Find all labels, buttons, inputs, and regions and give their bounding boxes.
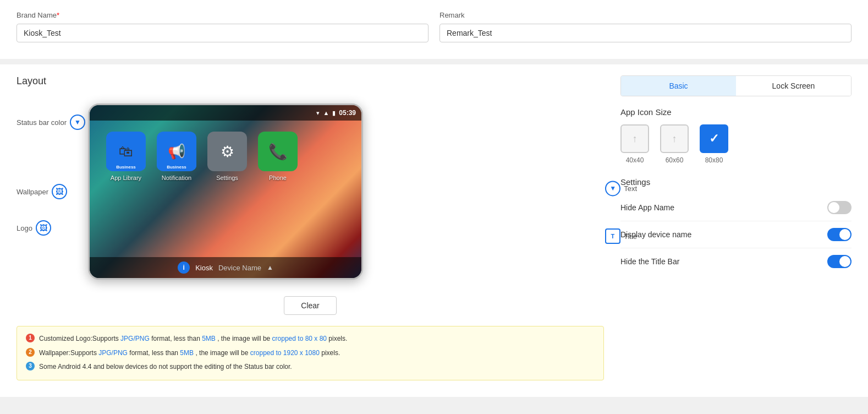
app-icon-settings[interactable]: ⚙ Settings (207, 132, 247, 181)
icon-size-60-box (660, 124, 689, 153)
layout-section: Layout Status bar color ▼ Wallpaper 🖼 Lo… (0, 64, 868, 397)
clear-button[interactable]: Clear (284, 296, 336, 315)
device-area: Status bar color ▼ Wallpaper 🖼 Logo 🖼 ▾ … (17, 98, 604, 285)
remark-label-text: Remark (440, 11, 465, 19)
title-btn[interactable]: T (605, 228, 620, 244)
battery-icon: ▮ (332, 110, 336, 117)
right-panel: Basic Lock Screen App Icon Size 40x40 60… (620, 75, 851, 380)
app-grid: 🛍 Business App Library 📢 Business Notifi… (90, 121, 361, 192)
note-1-num: 1 (26, 334, 35, 342)
layout-title: Layout (17, 75, 604, 87)
hide-title-bar-toggle[interactable] (827, 255, 851, 268)
device-logo: i (178, 262, 190, 274)
text-label-group: ▼ Text (605, 181, 637, 196)
layout-left: Layout Status bar color ▼ Wallpaper 🖼 Lo… (17, 75, 604, 380)
icon-size-80-label: 80x80 (705, 156, 723, 164)
logo-btn[interactable]: 🖼 (36, 220, 51, 236)
hide-app-name-toggle[interactable] (827, 201, 851, 214)
text-label: Text (624, 184, 637, 193)
app-icon-app-library[interactable]: 🛍 Business App Library (106, 132, 146, 181)
icon-size-40-box (620, 124, 649, 153)
tab-basic[interactable]: Basic (621, 76, 736, 96)
hide-title-bar-label: Hide the Title Bar (620, 257, 679, 266)
top-section: Brand Name* Remark (0, 0, 868, 59)
icon-size-section-title: App Icon Size (620, 107, 851, 117)
icon-size-40[interactable]: 40x40 (620, 124, 649, 164)
app-library-icon-img: 🛍 Business (106, 132, 146, 171)
note-3: 3 Some Android 4.4 and below devices do … (26, 361, 595, 373)
app-icon-phone[interactable]: 📞 Phone (258, 132, 298, 181)
hide-title-bar-item: Hide the Title Bar (620, 248, 851, 275)
note-1: 1 Customized Logo:Supports JPG/PNG forma… (26, 333, 595, 345)
notes-box: 1 Customized Logo:Supports JPG/PNG forma… (17, 326, 604, 380)
remark-input[interactable] (440, 24, 851, 42)
logo-label-group: Logo 🖼 (17, 220, 51, 236)
display-device-name-toggle[interactable] (827, 228, 851, 241)
app-icon-notification[interactable]: 📢 Business Notification (157, 132, 196, 181)
notification-name: Notification (162, 175, 191, 181)
remark-label: Remark (440, 11, 851, 19)
phone-icon-img: 📞 (258, 132, 298, 171)
note-2-text: Wallpaper:Supports JPG/PNG format, less … (39, 347, 340, 359)
icon-size-60-label: 60x60 (666, 156, 684, 164)
signal-icon: ▲ (323, 110, 329, 116)
icon-size-row: 40x40 60x60 80x80 (620, 124, 851, 164)
device-app-name: Kiosk (195, 264, 213, 272)
status-time: 05:39 (339, 109, 356, 117)
status-color-btn[interactable]: ▼ (70, 115, 85, 130)
hide-title-bar-knob (839, 256, 850, 267)
status-color-label-group: Status bar color ▼ (17, 115, 85, 130)
settings-section: Hide App Name Display device name Hide t… (620, 194, 851, 275)
icon-size-40-label: 40x40 (626, 156, 644, 164)
logo-label: Logo (17, 224, 32, 232)
status-color-label: Status bar color (17, 118, 67, 127)
device-bottom-bar: i Kiosk Device Name ▲ (90, 257, 361, 278)
status-bar: ▾ ▲ ▮ 05:39 (90, 105, 361, 121)
text-btn[interactable]: ▼ (605, 181, 620, 196)
notification-icon-img: 📢 Business (157, 132, 196, 171)
remark-field-group: Remark (440, 11, 851, 42)
phone-app-name: Phone (269, 175, 287, 181)
note-2-num: 2 (26, 348, 35, 357)
tab-bar: Basic Lock Screen (620, 75, 851, 96)
clear-btn-wrap: Clear (17, 296, 604, 315)
icon-size-60[interactable]: 60x60 (660, 124, 689, 164)
tab-lock-screen[interactable]: Lock Screen (736, 76, 851, 96)
wifi-icon: ▾ (316, 110, 320, 117)
device-name-label: Device Name (218, 264, 261, 272)
settings-app-name: Settings (216, 175, 238, 181)
note-3-num: 3 (26, 362, 35, 371)
brand-required-star: * (57, 11, 59, 19)
icon-size-80-box (700, 124, 728, 153)
display-device-name-knob (839, 229, 850, 240)
note-3-text: Some Android 4.4 and below devices do no… (39, 361, 292, 373)
notification-badge: Business (157, 164, 196, 170)
wallpaper-label-group: Wallpaper 🖼 (17, 184, 67, 199)
brand-label: Brand Name* (17, 11, 428, 19)
hide-app-name-item: Hide App Name (620, 194, 851, 221)
device-mockup: ▾ ▲ ▮ 05:39 🛍 Business App Library (88, 103, 363, 280)
app-library-name: App Library (111, 175, 141, 181)
hide-app-name-knob (828, 202, 839, 213)
icon-size-80[interactable]: 80x80 (700, 124, 728, 164)
title-label: Title (624, 232, 637, 241)
caret-icon: ▲ (267, 264, 273, 271)
title-label-group: T Title (605, 228, 637, 244)
display-device-name-item: Display device name (620, 221, 851, 248)
wallpaper-btn[interactable]: 🖼 (52, 184, 67, 199)
brand-input[interactable] (17, 24, 428, 42)
settings-icon-img: ⚙ (207, 132, 247, 171)
brand-field-group: Brand Name* (17, 11, 428, 42)
app-library-badge: Business (106, 164, 146, 170)
settings-section-title: Settings (620, 177, 851, 187)
note-1-text: Customized Logo:Supports JPG/PNG format,… (39, 333, 347, 345)
wallpaper-label: Wallpaper (17, 188, 48, 196)
note-2: 2 Wallpaper:Supports JPG/PNG format, les… (26, 347, 595, 359)
brand-label-text: Brand Name (17, 11, 57, 19)
hide-app-name-label: Hide App Name (620, 203, 674, 212)
